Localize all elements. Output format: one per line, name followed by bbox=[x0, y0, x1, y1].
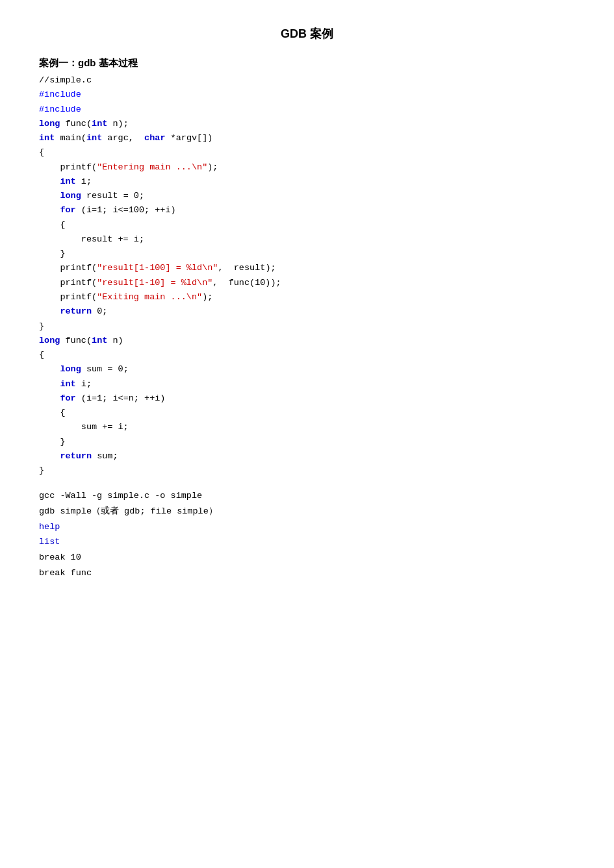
code-block-main: //simple.c #include #include long func(i… bbox=[39, 73, 575, 478]
commands-block: gcc -Wall -g simple.c -o simple gdb simp… bbox=[39, 488, 575, 580]
section1-title: 案例一：gdb 基本过程 bbox=[39, 57, 575, 69]
page-title: GDB 案例 bbox=[39, 26, 575, 42]
